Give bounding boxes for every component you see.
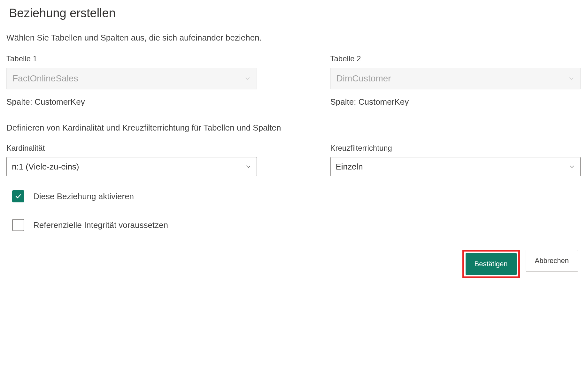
table2-column: Spalte: CustomerKey [330, 97, 581, 107]
table1-label: Tabelle 1 [6, 54, 257, 63]
cardinality-value: n:1 (Viele-zu-eins) [12, 162, 79, 172]
crossfilter-group: Kreuzfilterrichtung Einzeln [330, 144, 581, 176]
crossfilter-value: Einzeln [336, 162, 363, 172]
referential-checkbox-row: Referenzielle Integrität voraussetzen [12, 219, 581, 231]
confirm-button[interactable]: Bestätigen [466, 253, 517, 275]
table2-select[interactable]: DimCustomer [330, 68, 581, 89]
chevron-down-icon [569, 163, 575, 170]
activate-checkbox-row: Diese Beziehung aktivieren [12, 190, 581, 202]
crossfilter-label: Kreuzfilterrichtung [330, 144, 581, 153]
table1-group: Tabelle 1 FactOnlineSales Spalte: Custom… [6, 54, 257, 107]
dialog-subtitle: Wählen Sie Tabellen und Spalten aus, die… [6, 33, 581, 43]
chevron-down-icon [568, 75, 575, 82]
chevron-down-icon [245, 163, 251, 170]
table1-column: Spalte: CustomerKey [6, 97, 257, 107]
table1-select[interactable]: FactOnlineSales [6, 68, 257, 89]
table2-label: Tabelle 2 [330, 54, 581, 63]
dialog-footer: Bestätigen Abbrechen [6, 241, 581, 287]
crossfilter-select[interactable]: Einzeln [330, 157, 581, 176]
define-heading: Definieren von Kardinalität und Kreuzfil… [6, 123, 581, 133]
table1-value: FactOnlineSales [12, 73, 78, 84]
options-row: Kardinalität n:1 (Viele-zu-eins) Kreuzfi… [6, 144, 581, 176]
dialog-title: Beziehung erstellen [9, 6, 581, 20]
table2-group: Tabelle 2 DimCustomer Spalte: CustomerKe… [330, 54, 581, 107]
create-relationship-dialog: Beziehung erstellen Wählen Sie Tabellen … [6, 6, 581, 287]
table-selection-row: Tabelle 1 FactOnlineSales Spalte: Custom… [6, 54, 581, 107]
cancel-button[interactable]: Abbrechen [526, 250, 578, 272]
chevron-down-icon [244, 75, 251, 82]
referential-checkbox[interactable] [12, 219, 24, 231]
table2-value: DimCustomer [336, 73, 391, 84]
check-icon [14, 192, 22, 200]
cardinality-label: Kardinalität [6, 144, 257, 153]
confirm-highlight: Bestätigen [462, 250, 520, 278]
activate-checkbox[interactable] [12, 190, 24, 202]
cardinality-group: Kardinalität n:1 (Viele-zu-eins) [6, 144, 257, 176]
referential-label: Referenzielle Integrität voraussetzen [33, 220, 168, 230]
activate-label: Diese Beziehung aktivieren [33, 192, 134, 201]
cardinality-select[interactable]: n:1 (Viele-zu-eins) [6, 157, 257, 176]
